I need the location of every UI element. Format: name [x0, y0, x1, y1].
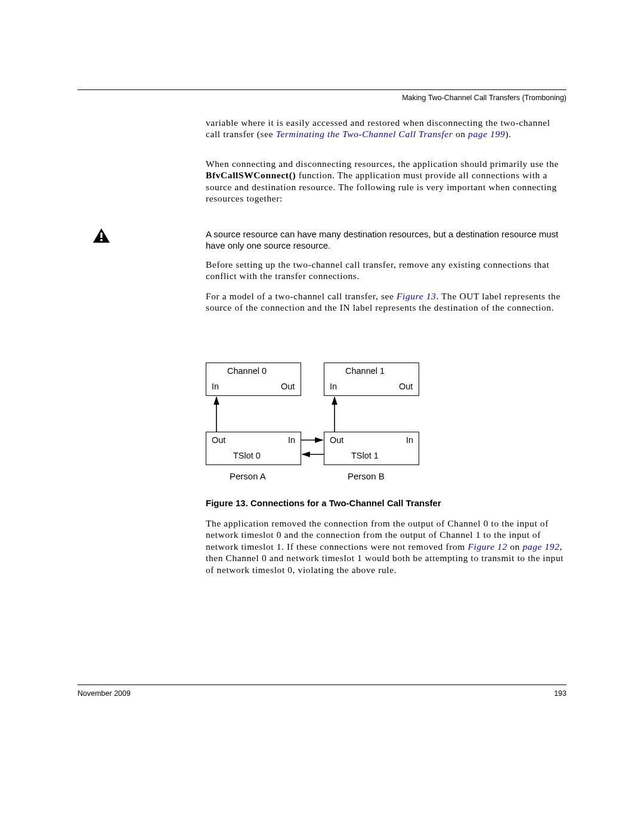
label-person-a: Person A [230, 471, 266, 481]
paragraph-3: Before setting up the two-channel call t… [206, 259, 566, 290]
label-out: Out [399, 382, 413, 391]
footer-date: November 2009 [78, 689, 131, 698]
text: ). [505, 129, 511, 139]
label-tslot-0: TSlot 0 [233, 451, 261, 460]
svg-rect-2 [100, 239, 102, 241]
link-page-192[interactable]: page 192 [522, 541, 559, 552]
text: When connecting and disconnecting resour… [206, 159, 559, 169]
link-figure-13[interactable]: Figure 13 [397, 291, 436, 301]
body-text-lower: The application removed the connection f… [206, 518, 566, 584]
label-in: In [212, 382, 219, 391]
label-out: Out [212, 435, 225, 445]
text: For a model of a two-channel call transf… [206, 291, 397, 301]
text: on [507, 541, 523, 552]
note-text: A source resource can have many destinat… [206, 229, 566, 252]
label-channel-1: Channel 1 [345, 366, 385, 376]
label-in: In [330, 382, 337, 391]
label-in: In [288, 435, 295, 445]
warning-icon [92, 228, 110, 243]
link-figure-12[interactable]: Figure 12 [467, 541, 507, 552]
figure-caption: Figure 13. Connections for a Two-Channel… [206, 498, 441, 508]
label-person-b: Person B [348, 471, 385, 481]
warning-icon-row [92, 228, 115, 243]
function-name: BfvCallSWConnect() [206, 170, 296, 180]
link-terminating-transfer[interactable]: Terminating the Two-Channel Call Transfe… [276, 129, 453, 139]
label-out: Out [281, 382, 295, 391]
figure-13-diagram: Channel 0 Channel 1 In Out In Out Out In… [206, 358, 432, 489]
paragraph-2: When connecting and disconnecting resour… [206, 158, 566, 213]
text: on [453, 129, 468, 139]
paragraph-5: The application removed the connection f… [206, 518, 566, 584]
footer-rule [78, 685, 566, 685]
label-tslot-1: TSlot 1 [351, 451, 379, 460]
body-text-upper: variable where it is easily accessed and… [206, 117, 566, 222]
label-channel-0: Channel 0 [227, 366, 267, 376]
header-rule [78, 89, 566, 90]
page-number: 193 [554, 689, 566, 698]
svg-rect-1 [100, 233, 102, 238]
paragraph-4: For a model of a two-channel call transf… [206, 290, 566, 322]
body-text-mid: Before setting up the two-channel call t… [206, 259, 566, 322]
label-out: Out [330, 435, 343, 445]
running-header: Making Two-Channel Call Transfers (Tromb… [402, 94, 566, 102]
page: Making Two-Channel Call Transfers (Tromb… [0, 0, 644, 833]
label-in: In [406, 435, 413, 445]
link-page-199[interactable]: page 199 [468, 129, 505, 139]
paragraph-1: variable where it is easily accessed and… [206, 117, 566, 148]
